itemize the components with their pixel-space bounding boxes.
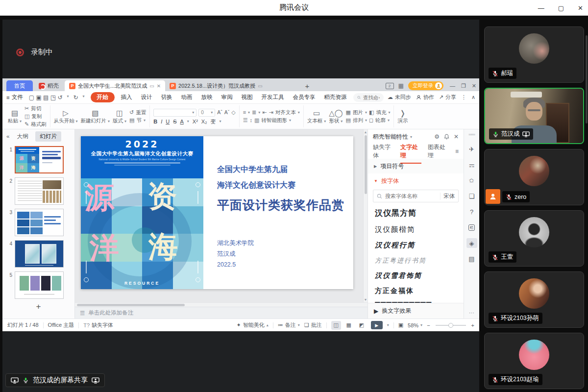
section-button[interactable]: ▤节 ▾	[129, 118, 146, 123]
command-search-input[interactable]	[363, 95, 380, 100]
tab-document-2[interactable]: P 2022.5.18...设计类）范汉成教授 ▭	[165, 80, 267, 91]
font-search-input[interactable]	[385, 193, 437, 199]
vertical-scrollbar[interactable]: ▲▼	[363, 129, 368, 302]
tab-text-process[interactable]: 文字处理	[400, 143, 421, 160]
reference-icon[interactable]: ▤	[466, 254, 477, 264]
missing-font-status[interactable]: T? 缺失字体	[83, 321, 113, 329]
notes-button[interactable]: ≔ 备注 ▾	[278, 321, 300, 329]
zoom-level[interactable]: 58% ▾	[408, 322, 422, 328]
taskpane-menu-icon[interactable]: ≡	[455, 148, 459, 155]
char-effect-button[interactable]: 变	[210, 119, 216, 124]
menu-slideshow[interactable]: 放映	[199, 93, 215, 102]
from-start-button[interactable]: ▷从头开始 ▾	[54, 109, 78, 123]
participant-tile-sunmeng[interactable]: 环设2103孙萌	[484, 271, 584, 328]
gear-icon[interactable]: ⚙	[434, 133, 440, 140]
grow-font-button[interactable]: Aˆ	[217, 110, 222, 115]
menu-devtools[interactable]: 开发工具	[259, 93, 287, 102]
bullet-list-button[interactable]: ≡	[243, 110, 246, 115]
slide-thumbnail-1[interactable]: 源 资 洋 海	[15, 146, 64, 173]
tab-missing-fonts[interactable]: 缺失字体	[373, 143, 394, 160]
theme-name[interactable]: Office 主题	[48, 321, 74, 329]
quick-access-toolbar[interactable]: ▢ ▣ ▤ ◳ ↺▾ ↻ ▾	[29, 94, 85, 101]
font-item[interactable]: 方正金福体	[375, 287, 457, 295]
new-slide-button[interactable]: ▧新建幻灯片 ▾	[81, 109, 110, 123]
fit-slide-icon[interactable]: ▣	[398, 322, 403, 328]
bold-button[interactable]: B	[153, 119, 157, 124]
outline-button[interactable]: 轮廓	[375, 118, 386, 123]
slide-thumbnail-row[interactable]: 3	[2, 207, 74, 238]
play-options-icon[interactable]: ▾	[387, 323, 389, 327]
slide-thumbnail-row[interactable]: 2	[2, 175, 74, 207]
align-text-button[interactable]: 对齐文本	[275, 110, 296, 115]
menu-animation[interactable]: 动画	[179, 93, 195, 102]
wps-restore-icon[interactable]: ❐	[461, 83, 466, 89]
tab-layout-icon[interactable]: 2	[386, 83, 394, 89]
fill-button[interactable]: 填充	[376, 110, 386, 115]
align-left-icon[interactable]: ☰	[243, 118, 248, 123]
collaborate-button[interactable]: 协作	[416, 94, 434, 101]
outdent-button[interactable]: ⇤	[262, 110, 267, 115]
favorites-icon[interactable]: ✩	[466, 175, 477, 185]
more-tools-icon[interactable]: ⋯	[469, 310, 474, 316]
font-item[interactable]: 汉仪颜楷简	[375, 225, 457, 234]
command-search[interactable]	[353, 93, 384, 102]
font-search[interactable]: 宋体	[373, 190, 459, 202]
columns-icon[interactable]: ▥	[254, 118, 259, 123]
slide-thumbnail-5[interactable]	[15, 271, 64, 299]
underline-button[interactable]: U	[166, 119, 170, 124]
font-color-button[interactable]: A	[180, 119, 184, 124]
zoom-out-icon[interactable]: −	[427, 322, 430, 328]
italic-button[interactable]: I	[161, 119, 162, 124]
paste-button[interactable]: ▤粘贴 ▾	[8, 109, 22, 123]
copy-panel-icon[interactable]: ❏	[466, 191, 477, 201]
file-menu[interactable]: ≡ 文件	[6, 94, 23, 101]
collapse-ribbon-icon[interactable]: ∧	[471, 94, 475, 100]
font-item[interactable]: 汉仪程行简	[375, 241, 457, 250]
zoom-slider[interactable]	[436, 325, 466, 326]
format-painter-button[interactable]: ✎格式刷	[24, 122, 47, 127]
play-slideshow-button[interactable]: ▶	[371, 321, 383, 329]
sorter-view-icon[interactable]: ▦	[344, 321, 354, 330]
menu-design[interactable]: 设计	[139, 93, 155, 102]
zoom-in-icon[interactable]: +	[471, 322, 474, 328]
menu-view[interactable]: 视图	[239, 93, 255, 102]
menu-member[interactable]: 会员专享	[291, 93, 318, 102]
layout-button[interactable]: ◫版式 ▾	[113, 109, 126, 123]
notes-bar[interactable]: ☰ 单击此处添加备注	[75, 307, 368, 318]
shrink-font-button[interactable]: Aˇ	[224, 110, 230, 115]
menu-insert[interactable]: 插入	[119, 93, 135, 102]
smart-features-icon[interactable]: ◈	[466, 238, 477, 248]
drag-handle-icon[interactable]: ══	[468, 132, 474, 137]
slide-thumbnail-3[interactable]	[15, 209, 64, 236]
arrange-button[interactable]: 排列	[353, 118, 363, 123]
participant-tile-fanhancheng[interactable]: 范汉成	[484, 88, 584, 144]
beautify-button[interactable]: ✦ 智能美化 ▴	[237, 321, 269, 329]
more-icon[interactable]: ⋮	[461, 94, 466, 100]
help-icon[interactable]: ?	[466, 207, 477, 217]
present-button[interactable]: ❭演示	[397, 109, 408, 123]
textbox-button[interactable]: ▭文本框 ▾	[307, 109, 326, 123]
participant-tile-zhaoyu[interactable]: 环设2103赵瑜	[484, 333, 584, 389]
tab-docer[interactable]: 稻壳	[33, 80, 65, 91]
shapes-button[interactable]: △◯形状 ▾	[329, 109, 343, 123]
picture-button[interactable]: 图片	[353, 110, 363, 115]
font-filter[interactable]: 宋体	[440, 193, 455, 200]
section-by-font[interactable]: ▼按字体	[368, 173, 464, 188]
strikethrough-button[interactable]: S	[173, 119, 176, 124]
participant-tile-haorui[interactable]: 郝瑞	[484, 26, 584, 83]
minimize-icon[interactable]: —	[538, 4, 544, 12]
tab-home[interactable]: 首页	[6, 80, 33, 91]
clear-format-button[interactable]: ◇	[231, 110, 235, 115]
participants-scrollbar[interactable]	[586, 35, 588, 123]
reset-button[interactable]: ↺重置	[129, 110, 146, 115]
docer-panel-icon[interactable]: 稻	[466, 222, 477, 232]
tab-document-active[interactable]: P 全国大中学生...北美院范汉成 ▭ ✕	[65, 80, 165, 91]
reading-view-icon[interactable]: ◩	[357, 321, 367, 330]
font-family-select[interactable]: ▾	[153, 109, 196, 117]
slide-thumbnail-row[interactable]: 1 源 资 洋 海	[2, 144, 74, 175]
participant-tile-zero[interactable]: zero	[484, 149, 584, 205]
normal-view-icon[interactable]: ◫	[331, 321, 341, 330]
properties-icon[interactable]: ⚎	[466, 160, 477, 170]
comments-button[interactable]: ❏ 批注	[304, 321, 322, 329]
tab-chart-process[interactable]: 图表处理	[428, 143, 449, 160]
